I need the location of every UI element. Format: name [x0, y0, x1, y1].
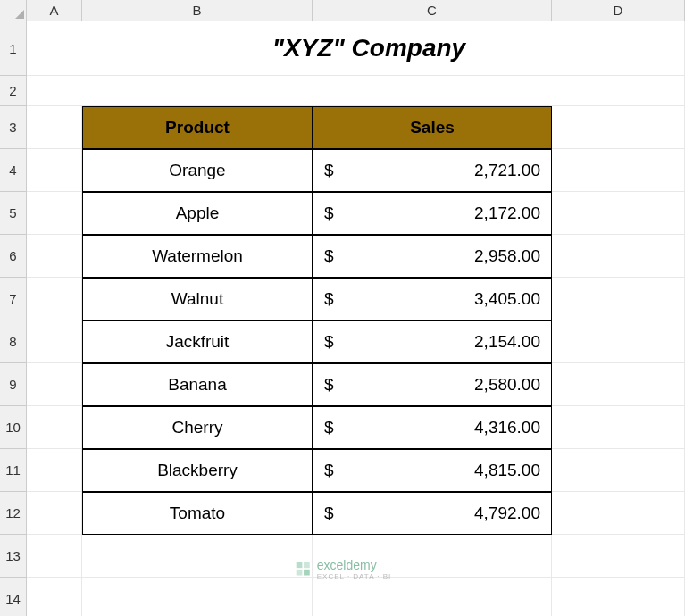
row-header-8[interactable]: 8 [0, 320, 27, 363]
sales-cell[interactable]: $ 2,154.00 [313, 320, 552, 363]
col-header-c[interactable]: C [313, 0, 552, 21]
sales-cell[interactable]: $ 4,316.00 [313, 406, 552, 449]
row-header-7[interactable]: 7 [0, 278, 27, 320]
sales-value: 2,580.00 [334, 375, 540, 395]
currency-symbol: $ [324, 461, 334, 480]
product-cell[interactable]: Blackberry [82, 449, 313, 492]
cell-a6[interactable] [27, 235, 82, 278]
cell-d10[interactable] [552, 406, 685, 449]
row-header-13[interactable]: 13 [0, 535, 27, 578]
cell-d14[interactable] [552, 578, 685, 616]
row-header-4[interactable]: 4 [0, 149, 27, 192]
sales-value: 2,172.00 [334, 204, 540, 223]
sales-value: 2,958.00 [334, 246, 540, 266]
spreadsheet-grid: A B C D 1 "XYZ" Company 2 3 Product Sale… [0, 0, 685, 616]
currency-symbol: $ [324, 504, 334, 523]
row-header-14[interactable]: 14 [0, 578, 27, 616]
svg-rect-0 [296, 562, 302, 569]
watermark: exceldemy EXCEL · DATA · BI [294, 557, 392, 580]
sales-cell[interactable]: $ 2,721.00 [313, 149, 552, 192]
cell-a14[interactable] [27, 578, 82, 616]
currency-symbol: $ [324, 418, 334, 437]
row-header-3[interactable]: 3 [0, 106, 27, 149]
cell-a7[interactable] [27, 278, 82, 320]
sales-value: 2,721.00 [334, 161, 540, 180]
table-header-product[interactable]: Product [82, 106, 313, 149]
cell-d6[interactable] [552, 235, 685, 278]
cell-d9[interactable] [552, 363, 685, 406]
table-header-sales[interactable]: Sales [313, 106, 552, 149]
product-cell[interactable]: Jackfruit [82, 320, 313, 363]
sales-cell[interactable]: $ 2,580.00 [313, 363, 552, 406]
cell-row2[interactable] [27, 76, 685, 106]
row-header-9[interactable]: 9 [0, 363, 27, 406]
sales-cell[interactable]: $ 3,405.00 [313, 278, 552, 320]
product-cell[interactable]: Cherry [82, 406, 313, 449]
select-all-corner[interactable] [0, 0, 27, 21]
row-header-11[interactable]: 11 [0, 449, 27, 492]
cell-d4[interactable] [552, 149, 685, 192]
sales-cell[interactable]: $ 4,815.00 [313, 449, 552, 492]
cell-d3[interactable] [552, 106, 685, 149]
currency-symbol: $ [324, 332, 334, 352]
row-header-12[interactable]: 12 [0, 492, 27, 535]
sales-cell[interactable]: $ 2,172.00 [313, 192, 552, 235]
product-cell[interactable]: Tomato [82, 492, 313, 535]
cell-d11[interactable] [552, 449, 685, 492]
row-header-6[interactable]: 6 [0, 235, 27, 278]
cell-a8[interactable] [27, 320, 82, 363]
product-cell[interactable]: Orange [82, 149, 313, 192]
currency-symbol: $ [324, 204, 334, 223]
row-header-1[interactable]: 1 [0, 21, 27, 76]
cell-a13[interactable] [27, 535, 82, 578]
sales-value: 2,154.00 [334, 332, 540, 352]
currency-symbol: $ [324, 246, 334, 266]
page-title: "XYZ" Company [272, 34, 465, 62]
svg-rect-2 [296, 570, 302, 576]
cell-b14[interactable] [82, 578, 313, 616]
cell-a4[interactable] [27, 149, 82, 192]
cell-a9[interactable] [27, 363, 82, 406]
watermark-name: exceldemy [317, 558, 377, 572]
cell-a3[interactable] [27, 106, 82, 149]
product-cell[interactable]: Watermelon [82, 235, 313, 278]
sales-value: 4,316.00 [334, 418, 540, 437]
sales-cell[interactable]: $ 2,958.00 [313, 235, 552, 278]
currency-symbol: $ [324, 375, 334, 395]
row-header-5[interactable]: 5 [0, 192, 27, 235]
watermark-icon [294, 560, 312, 578]
sales-value: 3,405.00 [334, 289, 540, 309]
cell-a5[interactable] [27, 192, 82, 235]
title-cell[interactable]: "XYZ" Company [27, 21, 685, 76]
product-cell[interactable]: Apple [82, 192, 313, 235]
cell-a12[interactable] [27, 492, 82, 535]
cell-c14[interactable] [313, 578, 552, 616]
row-header-2[interactable]: 2 [0, 76, 27, 106]
product-cell[interactable]: Banana [82, 363, 313, 406]
sales-value: 4,815.00 [334, 461, 540, 480]
product-cell[interactable]: Walnut [82, 278, 313, 320]
cell-d13[interactable] [552, 535, 685, 578]
cell-b13[interactable] [82, 535, 313, 578]
svg-rect-1 [304, 562, 310, 569]
currency-symbol: $ [324, 161, 334, 180]
row-header-10[interactable]: 10 [0, 406, 27, 449]
cell-d5[interactable] [552, 192, 685, 235]
cell-d8[interactable] [552, 320, 685, 363]
sales-value: 4,792.00 [334, 504, 540, 523]
cell-d7[interactable] [552, 278, 685, 320]
col-header-a[interactable]: A [27, 0, 82, 21]
col-header-d[interactable]: D [552, 0, 685, 21]
cell-a10[interactable] [27, 406, 82, 449]
cell-d12[interactable] [552, 492, 685, 535]
currency-symbol: $ [324, 289, 334, 309]
col-header-b[interactable]: B [82, 0, 313, 21]
cell-a11[interactable] [27, 449, 82, 492]
sales-cell[interactable]: $ 4,792.00 [313, 492, 552, 535]
svg-rect-3 [304, 570, 310, 576]
watermark-sub: EXCEL · DATA · BI [317, 573, 392, 580]
